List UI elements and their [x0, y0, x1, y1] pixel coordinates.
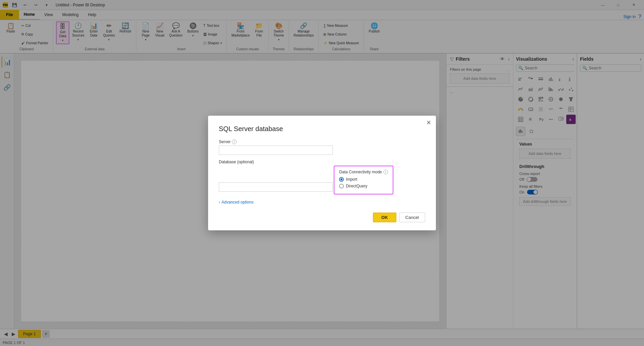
advanced-options-link[interactable]: › Advanced options: [219, 200, 425, 205]
advanced-chevron-icon: ›: [219, 200, 220, 205]
direct-query-radio: [339, 184, 344, 188]
database-label: Database (optional): [219, 160, 425, 164]
import-radio-row[interactable]: Import: [339, 177, 388, 182]
connectivity-info-icon[interactable]: i: [383, 170, 388, 174]
server-label: Server i: [219, 139, 425, 144]
modal-overlay: ✕ SQL Server database Server i Database …: [0, 0, 644, 346]
cancel-button[interactable]: Cancel: [399, 213, 425, 222]
modal-footer: OK Cancel: [219, 213, 425, 222]
connectivity-mode-section: Data Connectivity mode i Import DirectQu…: [334, 166, 393, 194]
database-input[interactable]: [219, 182, 333, 192]
connectivity-title: Data Connectivity mode i: [339, 170, 388, 174]
direct-query-radio-row[interactable]: DirectQuery: [339, 184, 388, 188]
modal-close-button[interactable]: ✕: [426, 120, 431, 126]
server-input[interactable]: [219, 146, 333, 155]
server-info-icon[interactable]: i: [232, 139, 237, 144]
ok-button[interactable]: OK: [373, 213, 396, 222]
sql-server-dialog: ✕ SQL Server database Server i Database …: [208, 116, 436, 230]
import-radio-selected: [339, 177, 344, 182]
modal-title: SQL Server database: [219, 125, 425, 133]
